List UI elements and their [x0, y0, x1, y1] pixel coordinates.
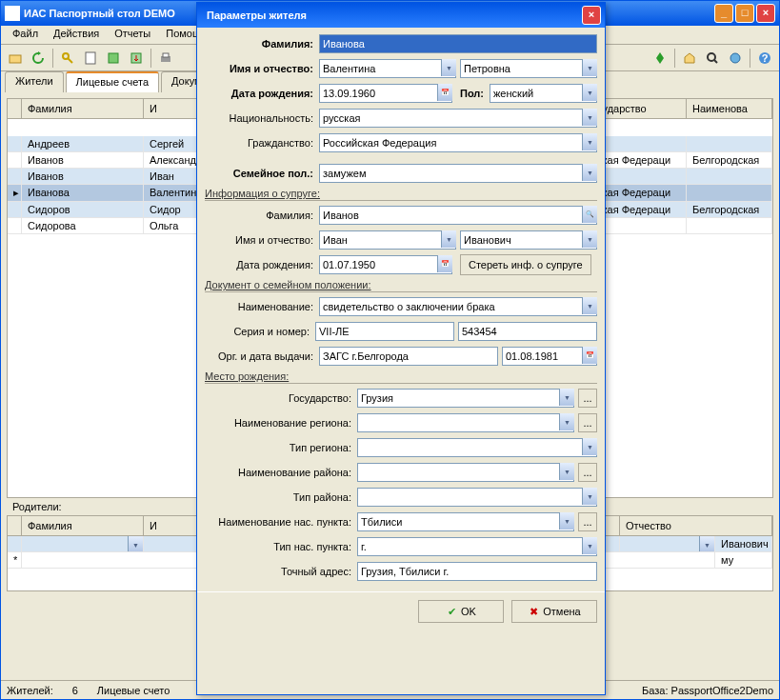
calendar-icon[interactable]: 📅 [582, 347, 597, 364]
middlename-input[interactable] [460, 59, 597, 78]
chevron-down-icon[interactable]: ▼ [582, 230, 597, 248]
tb-home-icon[interactable] [679, 48, 700, 69]
doc-series-input[interactable] [315, 322, 454, 341]
minimize-button[interactable]: _ [714, 4, 733, 23]
svg-rect-6 [163, 53, 169, 57]
status-residents-label: Жителей: [7, 685, 53, 696]
chevron-down-icon[interactable]: ▼ [559, 413, 574, 430]
disttype-input[interactable] [357, 488, 597, 507]
firstname-input[interactable] [319, 59, 456, 78]
status-residents-count: 6 [72, 685, 78, 696]
chevron-down-icon[interactable]: ▼ [582, 109, 597, 126]
cancel-button[interactable]: ✖Отмена [511, 600, 597, 623]
regname-browse-button[interactable]: ... [578, 413, 597, 432]
col-name[interactable]: И [144, 99, 201, 118]
doc-number-input[interactable] [458, 322, 597, 341]
chevron-down-icon[interactable]: ▼ [582, 537, 597, 554]
tb-import-icon[interactable] [126, 48, 147, 69]
pcol-surname[interactable]: Фамилия [22, 516, 144, 535]
calendar-icon[interactable]: 📅 [437, 255, 452, 272]
close-button[interactable]: × [756, 4, 775, 23]
tb-globe-icon[interactable] [725, 48, 746, 69]
chevron-down-icon[interactable]: ▼ [582, 133, 597, 150]
regname-label: Наименование региона: [205, 417, 357, 429]
doc-name-label: Наименование: [205, 301, 319, 312]
chevron-down-icon[interactable]: ▼ [582, 488, 597, 505]
sp-surname-input[interactable] [319, 206, 597, 225]
disttype-label: Тип района: [205, 491, 357, 503]
marital-label: Семейное пол.: [205, 168, 319, 179]
menu-file[interactable]: Файл [5, 26, 46, 44]
state-browse-button[interactable]: ... [578, 389, 597, 408]
cit-label: Гражданство: [205, 137, 319, 149]
status-accounts: Лицевые счето [97, 685, 170, 696]
search-icon[interactable]: 🔍 [582, 206, 597, 223]
tb-key-icon[interactable] [57, 48, 78, 69]
chevron-down-icon[interactable]: ▼ [699, 536, 714, 551]
sp-dob-input[interactable] [319, 255, 452, 274]
marital-input[interactable] [319, 164, 597, 183]
regtype-input[interactable] [357, 438, 597, 457]
tb-help-icon[interactable]: ? [754, 48, 775, 69]
tb-export-icon[interactable] [103, 48, 124, 69]
menu-reports[interactable]: Отчеты [107, 26, 158, 44]
townname-label: Наименование нас. пункта: [205, 516, 357, 528]
col-surname[interactable]: Фамилия [22, 99, 144, 118]
spouse-group: Информация о супруге: [205, 188, 597, 201]
towntype-input[interactable] [357, 537, 597, 556]
tb-doc-icon[interactable] [80, 48, 101, 69]
surname-input[interactable] [319, 34, 597, 53]
doc-org-input[interactable] [319, 347, 498, 366]
tab-accounts[interactable]: Лицевые счета [66, 71, 159, 92]
chevron-down-icon[interactable]: ▼ [441, 59, 456, 76]
chevron-down-icon[interactable]: ▼ [582, 164, 597, 181]
sp-dob-label: Дата рождения: [205, 259, 319, 270]
surname-label: Фамилия: [205, 38, 319, 50]
regname-input[interactable] [357, 413, 574, 432]
pcol-name[interactable]: И [144, 516, 201, 535]
distname-input[interactable] [357, 463, 574, 482]
col-state[interactable]: сударство [591, 99, 687, 118]
chevron-down-icon[interactable]: ▼ [441, 230, 456, 248]
chevron-down-icon[interactable]: ▼ [559, 389, 574, 406]
sex-label: Пол: [460, 88, 490, 99]
addr-input[interactable] [357, 562, 597, 581]
menu-actions[interactable]: Действия [46, 26, 107, 44]
svg-rect-3 [109, 53, 118, 63]
tb-refresh-icon[interactable] [28, 48, 49, 69]
chevron-down-icon[interactable]: ▼ [582, 297, 597, 314]
sp-middlename-input[interactable] [460, 230, 597, 250]
chevron-down-icon[interactable]: ▼ [128, 536, 143, 551]
chevron-down-icon[interactable]: ▼ [582, 59, 597, 76]
col-region[interactable]: Наименова [687, 99, 772, 118]
clear-spouse-button[interactable]: Стереть инф. о супруге [460, 254, 591, 275]
nat-input[interactable] [319, 109, 597, 128]
name-label: Имя и отчество: [205, 63, 319, 74]
tab-residents[interactable]: Жители [5, 71, 64, 92]
nat-label: Национальность: [205, 112, 319, 124]
chevron-down-icon[interactable]: ▼ [582, 84, 597, 101]
doc-name-input[interactable] [319, 297, 597, 316]
chevron-down-icon[interactable]: ▼ [559, 463, 574, 480]
dialog-close-button[interactable]: × [582, 6, 601, 25]
tb-nav1-icon[interactable] [650, 48, 670, 69]
tb-print-icon[interactable] [155, 48, 176, 69]
tb-search-icon[interactable] [702, 48, 723, 69]
tb-open-icon[interactable] [5, 48, 26, 69]
chevron-down-icon[interactable]: ▼ [559, 512, 574, 530]
ok-button[interactable]: ✔OK [418, 600, 504, 623]
maximize-button[interactable]: □ [735, 4, 754, 23]
cit-input[interactable] [319, 133, 597, 152]
distname-browse-button[interactable]: ... [578, 463, 597, 482]
townname-input[interactable] [357, 512, 574, 531]
state-input[interactable] [357, 389, 574, 408]
cross-icon: ✖ [528, 606, 539, 617]
chevron-down-icon[interactable]: ▼ [582, 438, 597, 455]
doc-group: Документ о семейном положении: [205, 279, 597, 292]
townname-browse-button[interactable]: ... [578, 512, 597, 531]
calendar-icon[interactable]: 📅 [437, 84, 452, 101]
sp-firstname-input[interactable] [319, 230, 456, 250]
dob-input[interactable] [319, 84, 452, 103]
pcol-patr[interactable]: Отчество [620, 516, 772, 535]
svg-point-7 [708, 53, 715, 61]
